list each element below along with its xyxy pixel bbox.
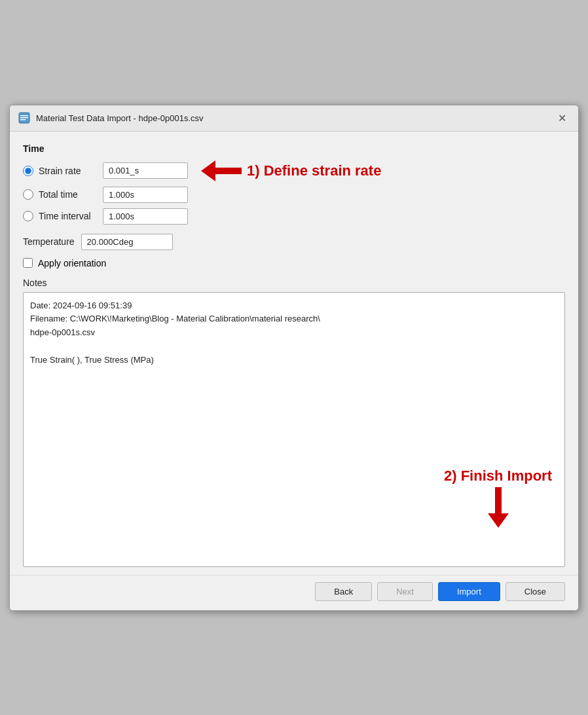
temperature-input[interactable]	[81, 234, 173, 250]
total-time-radio-row: Total time	[23, 187, 565, 203]
apply-orientation-checkbox[interactable]	[23, 258, 33, 268]
time-interval-radio-row: Time interval	[23, 208, 565, 225]
strain-rate-row: Strain rate 1) Define strain rate	[23, 160, 565, 181]
strain-rate-radio-row: Strain rate	[23, 162, 188, 179]
dialog-window: Material Test Data Import - hdpe-0p001s.…	[9, 105, 579, 611]
notes-line4	[30, 340, 558, 354]
define-strain-rate-text: 1) Define strain rate	[247, 162, 381, 179]
svg-rect-2	[20, 117, 28, 119]
time-interval-radio[interactable]	[23, 211, 33, 221]
temperature-label: Temperature	[23, 236, 75, 247]
total-time-label: Total time	[39, 189, 98, 200]
notes-content: Date: 2024-09-16 09:51:39 Filename: C:\W…	[30, 299, 558, 367]
time-interval-label: Time interval	[39, 211, 98, 221]
notes-line1: Date: 2024-09-16 09:51:39	[30, 299, 558, 313]
total-time-input[interactable]	[103, 187, 188, 203]
time-section-label: Time	[23, 143, 565, 154]
next-button[interactable]: Next	[377, 582, 433, 601]
time-radio-group: Strain rate 1) Define strain rate Total …	[23, 160, 565, 225]
down-arrow-icon	[488, 487, 509, 528]
svg-rect-1	[20, 115, 28, 117]
finish-import-annotation: 2) Finish Import	[444, 468, 552, 528]
strain-rate-annotation: 1) Define strain rate	[201, 160, 381, 181]
notes-label: Notes	[23, 278, 565, 288]
dialog-title: Material Test Data Import - hdpe-0p001s.…	[36, 113, 204, 123]
notes-line2: Filename: C:\WORK\!Marketing\Blog - Mate…	[30, 312, 558, 326]
left-arrow-icon	[201, 160, 242, 181]
title-bar: Material Test Data Import - hdpe-0p001s.…	[10, 105, 578, 132]
time-interval-input[interactable]	[103, 208, 188, 225]
arrow-head	[201, 160, 215, 181]
notes-line5: True Strain( ), True Stress (MPa)	[30, 354, 558, 367]
total-time-radio[interactable]	[23, 189, 33, 200]
down-arrow-shaft	[495, 487, 502, 513]
dialog-icon	[18, 111, 31, 124]
dialog-body: Time Strain rate 1) Define strain rate	[10, 132, 578, 575]
notes-line3: hdpe-0p001s.csv	[30, 326, 558, 340]
strain-rate-label: Strain rate	[39, 166, 98, 176]
strain-rate-input[interactable]	[103, 162, 188, 179]
close-x-button[interactable]: ✕	[554, 111, 570, 126]
strain-rate-radio[interactable]	[23, 166, 33, 176]
temperature-row: Temperature	[23, 234, 565, 250]
finish-import-text: 2) Finish Import	[444, 468, 552, 485]
arrow-shaft	[215, 168, 242, 174]
apply-orientation-label: Apply orientation	[38, 258, 106, 268]
notes-wrapper: Date: 2024-09-16 09:51:39 Filename: C:\W…	[23, 292, 565, 567]
back-button[interactable]: Back	[315, 582, 372, 601]
apply-orientation-row: Apply orientation	[23, 258, 565, 268]
svg-rect-3	[20, 119, 26, 120]
dialog-footer: Back Next Import Close	[10, 575, 578, 610]
notes-section: Notes Date: 2024-09-16 09:51:39 Filename…	[23, 278, 565, 567]
close-button[interactable]: Close	[505, 582, 565, 601]
down-arrow-head	[488, 513, 509, 528]
import-button[interactable]: Import	[438, 582, 500, 601]
